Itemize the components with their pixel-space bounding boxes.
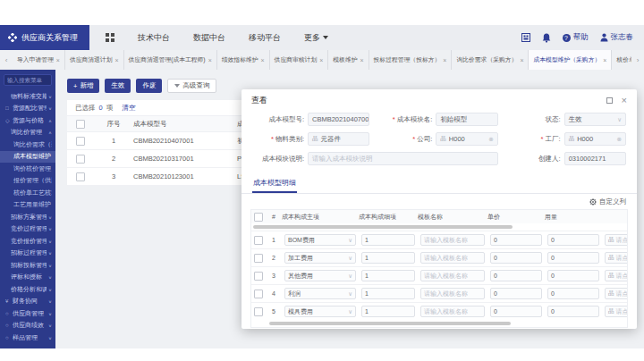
tab-close-icon[interactable]: ×	[603, 57, 606, 63]
tab-cost-model-detail[interactable]: 成本模型明细	[252, 175, 297, 193]
template-name-input[interactable]: 请输入模板名称	[420, 288, 485, 299]
workbench-icon[interactable]	[521, 33, 530, 42]
clear-icon[interactable]: ⊗	[617, 136, 622, 143]
unit-price-input[interactable]: 0	[490, 270, 542, 281]
usage-input[interactable]: 0	[547, 270, 599, 281]
detail-item-input[interactable]: 1	[361, 252, 415, 264]
row-checkbox[interactable]	[254, 254, 263, 263]
row-checkbox[interactable]	[76, 137, 85, 146]
nav-item-mobile[interactable]: 移动平台	[249, 32, 281, 44]
horizontal-scrollbar[interactable]	[251, 320, 628, 327]
nav-item-more[interactable]: 更多	[304, 32, 328, 44]
main-item-select[interactable]: 利润∨	[284, 288, 356, 299]
sidebar-item[interactable]: 询比价管理∧	[0, 127, 55, 139]
usage-input[interactable]: 0	[547, 288, 599, 299]
detail-item-input[interactable]: 1	[361, 288, 415, 299]
tab-close-icon[interactable]: ×	[56, 57, 60, 63]
sidebar-item[interactable]: 竞价过程管理∨	[0, 223, 55, 236]
pick-select-input[interactable]: 品请点击选择	[605, 306, 628, 317]
sidebar-item[interactable]: 评标和授标∨	[0, 272, 55, 284]
page-tab[interactable]: 供应商审核计划×	[270, 50, 329, 70]
user-menu[interactable]: 张志春	[600, 32, 634, 43]
page-tab[interactable]: 导入申请管理×	[13, 50, 65, 70]
company-input[interactable]: 品H000⊗	[436, 132, 497, 146]
unit-price-input[interactable]: 0	[490, 288, 542, 299]
unit-price-input[interactable]: 0	[490, 234, 542, 246]
sidebar-item[interactable]: 物料标准交期管理∨	[0, 90, 55, 103]
material-category-input[interactable]: 品元器件	[308, 132, 369, 146]
row-checkbox[interactable]	[76, 172, 85, 181]
sidebar-item[interactable]: ¥财务协同∨	[0, 296, 55, 308]
model-no-input[interactable]: CBMB20210407001	[308, 113, 369, 126]
row-checkbox[interactable]	[254, 307, 263, 316]
page-tab[interactable]: 核价单工艺核算×	[612, 50, 631, 70]
tab-close-icon[interactable]: ×	[208, 57, 212, 63]
template-name-input[interactable]: 请输入模板名称	[420, 252, 485, 264]
row-checkbox[interactable]	[254, 290, 263, 298]
template-name-input[interactable]: 请输入模板名称	[420, 270, 485, 281]
sidebar-item[interactable]: □货源配比管理∨	[0, 103, 55, 115]
row-checkbox[interactable]	[76, 155, 85, 164]
detail-item-input[interactable]: 1	[361, 306, 415, 317]
pick-select-input[interactable]: 品请点击选择	[605, 234, 628, 246]
help-button[interactable]: ? 帮助	[563, 32, 589, 43]
sidebar-search-input[interactable]	[4, 74, 52, 86]
pick-select-input[interactable]: 品请点击选择	[605, 252, 628, 264]
sidebar-item-active[interactable]: 成本模型维护（采…	[0, 151, 55, 164]
tabs-scroll-left[interactable]: ‹	[0, 50, 13, 70]
sidebar-item[interactable]: ○供应商绩效∨	[0, 320, 55, 332]
horizontal-scrollbar[interactable]	[251, 223, 628, 231]
sidebar-item[interactable]: 价格分析和调价∨	[0, 283, 55, 296]
sidebar-item[interactable]: 招标方案管理∨	[0, 211, 55, 223]
page-tab[interactable]: 绩效指标维护×	[217, 50, 270, 70]
sidebar-item[interactable]: 招标过程管理∨	[0, 248, 55, 260]
template-name-input[interactable]: 请输入模板名称	[420, 306, 485, 317]
creator-input[interactable]: 0310002171	[564, 152, 626, 165]
sidebar-item[interactable]: 工艺用量维护	[0, 199, 55, 212]
tab-close-icon[interactable]: ×	[520, 57, 523, 63]
main-item-select[interactable]: 加工费用∨	[284, 252, 356, 264]
usage-input[interactable]: 0	[547, 234, 599, 246]
tab-close-icon[interactable]: ×	[319, 57, 323, 63]
page-tab[interactable]: 供应商清退计划×	[65, 50, 124, 70]
sidebar-item[interactable]: 询比价需求（采购…	[0, 139, 55, 151]
row-checkbox[interactable]	[254, 236, 263, 245]
sidebar-item[interactable]: ○供应商管理∨	[0, 307, 55, 320]
tabs-scroll-right[interactable]: ›	[631, 50, 644, 70]
advanced-query-button[interactable]: 高级查询	[167, 79, 216, 93]
tab-close-icon[interactable]: ×	[114, 57, 118, 63]
page-tab[interactable]: 投标过程管理（投标方）×	[369, 50, 453, 70]
sidebar-item[interactable]: 核价单工艺核算	[0, 187, 55, 199]
sidebar-item[interactable]: 询价核价管理（采…	[0, 163, 55, 175]
select-all-checkbox[interactable]	[254, 213, 263, 222]
main-item-select[interactable]: 其他费用∨	[284, 270, 356, 281]
main-item-select[interactable]: BOM费用∨	[284, 234, 356, 246]
detail-item-input[interactable]: 1	[361, 270, 415, 281]
pick-select-input[interactable]: 品请点击选择	[605, 288, 628, 299]
pick-select-input[interactable]: 品请点击选择	[605, 270, 628, 281]
row-checkbox[interactable]	[254, 272, 263, 281]
sidebar-item[interactable]: 竞价报价管理∨	[0, 235, 55, 248]
unit-price-input[interactable]: 0	[490, 252, 542, 264]
activate-button[interactable]: 生效	[105, 79, 131, 93]
clear-icon[interactable]: ⊗	[488, 136, 493, 143]
sidebar-item[interactable]: ○样品管理∨	[0, 332, 55, 344]
close-icon[interactable]: ×	[622, 96, 627, 105]
clear-selection-link[interactable]: 清空	[122, 104, 135, 113]
nav-item-data[interactable]: 数据中台	[193, 32, 225, 44]
factory-input[interactable]: 品H000⊗	[564, 132, 626, 146]
status-select[interactable]: 生效∨	[564, 113, 626, 126]
page-tab-active[interactable]: 成本模型维护（采购方）×	[529, 50, 612, 70]
module-desc-input[interactable]: 请输入成本模块说明	[308, 152, 498, 165]
page-tab[interactable]: 模板维护×	[328, 50, 369, 70]
usage-input[interactable]: 0	[547, 252, 599, 264]
module-name-input[interactable]: 初始模型	[436, 113, 497, 126]
customize-columns-button[interactable]: 自定义列	[242, 194, 637, 209]
bell-icon[interactable]	[542, 33, 551, 43]
main-item-select[interactable]: 模具费用∨	[284, 306, 356, 317]
apps-grid-icon[interactable]	[106, 33, 114, 42]
detail-item-input[interactable]: 1	[361, 234, 415, 246]
sidebar-item[interactable]: ◇货源与价格∧	[0, 114, 55, 127]
sidebar-item[interactable]: 招标投标管理∨	[0, 259, 55, 272]
void-button[interactable]: 作废	[136, 79, 162, 93]
